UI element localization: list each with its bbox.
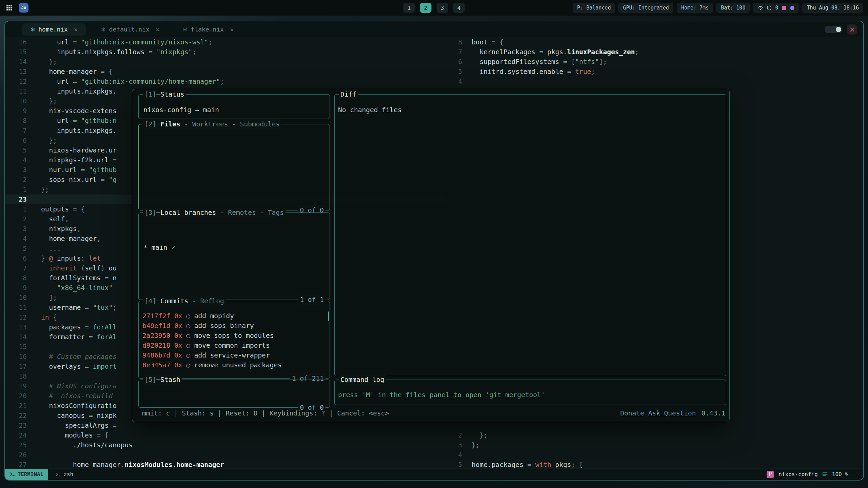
commit-row[interactable]: 9486b7d 0x ○ add service-wrapper xyxy=(142,350,330,360)
line-number: 15 xyxy=(5,47,27,57)
line-number: 5 xyxy=(5,145,27,155)
code-line[interactable]: 3}; xyxy=(446,440,863,450)
tab-flake-nix[interactable]: ❄ flake.nix × xyxy=(174,23,242,36)
line-number: 16 xyxy=(5,352,27,362)
line-number: 23 xyxy=(5,195,27,204)
code-line[interactable]: 13 home-manager = { xyxy=(5,67,446,77)
line-number: 8 xyxy=(5,273,27,283)
window-close-button[interactable]: × xyxy=(847,24,857,35)
notification-count: 0 xyxy=(775,5,778,11)
code-line[interactable]: 15 inputs.nixpkgs.follows = "nixpkgs"; xyxy=(5,47,446,57)
scroll-position: 100 % xyxy=(832,471,848,477)
ping-chip: Home: 7ms xyxy=(677,3,713,13)
tab-close-icon[interactable]: × xyxy=(71,26,78,33)
diff-content: No changed files xyxy=(335,95,726,115)
line-number: 12 xyxy=(5,77,27,86)
apps-grid-icon[interactable] xyxy=(5,3,14,12)
commit-row[interactable]: d920218 0x ○ move common imports xyxy=(142,341,330,350)
clock[interactable]: Thu Aug 08, 18:16 xyxy=(802,3,863,13)
code-line[interactable]: 2 }; xyxy=(446,430,863,440)
code-line[interactable]: 12 url = "github:nix-community/home-mana… xyxy=(5,77,446,86)
code-line[interactable]: 4 xyxy=(446,77,863,86)
workspace-button-3[interactable]: 3 xyxy=(437,3,448,13)
ask-question-link[interactable]: Ask Question xyxy=(648,408,696,418)
line-number: 3 xyxy=(5,165,27,175)
topbar: JW 1234 P: Balanced GPU: Integrated Home… xyxy=(0,0,868,16)
line-number: 2 xyxy=(446,430,462,440)
lazygit-status-panel[interactable]: [1]─Status nixos-config → main xyxy=(138,94,330,119)
workspace-switcher: 1234 xyxy=(403,3,465,13)
code-line[interactable]: 26 xyxy=(5,450,446,460)
line-number: 6 xyxy=(5,253,27,263)
line-number: 5 xyxy=(5,244,27,253)
check-icon: ✓ xyxy=(171,244,175,251)
line-number: 11 xyxy=(5,303,27,312)
line-number: 25 xyxy=(5,440,27,450)
line-number: 7 xyxy=(446,47,462,57)
branch-row[interactable]: * main ✓ xyxy=(143,243,330,252)
tab-home-nix[interactable]: ❄ home.nix × xyxy=(22,23,86,36)
shell-indicator[interactable]: zsh xyxy=(56,471,73,477)
code-line[interactable]: 4 xyxy=(446,450,863,460)
code-line[interactable]: 16 url = "github:nix-community/nixos-wsl… xyxy=(5,37,446,47)
nix-snowflake-icon: ❄ xyxy=(101,26,105,33)
line-number: 26 xyxy=(5,450,27,460)
line-number: 11 xyxy=(5,86,27,96)
code-line[interactable]: 14 }; xyxy=(5,57,446,67)
tab-label: flake.nix xyxy=(191,26,224,33)
tab-close-icon[interactable]: × xyxy=(153,26,159,33)
line-number: 21 xyxy=(5,401,27,411)
code-line[interactable]: 24 modules = [ xyxy=(5,430,446,440)
desktop: JW 1234 P: Balanced GPU: Integrated Home… xyxy=(0,0,868,488)
wifi-icon xyxy=(757,6,763,10)
line-number: 3 xyxy=(5,224,27,234)
commit-row[interactable]: 2a23950 0x ○ move sops to modules xyxy=(142,331,330,341)
system-tray[interactable]: 0 xyxy=(753,3,799,13)
tab-close-icon[interactable]: × xyxy=(227,26,234,33)
lazygit-version: 0.43.1 xyxy=(702,408,725,418)
donate-link[interactable]: Donate xyxy=(620,408,644,418)
code-line[interactable]: 8boot = { xyxy=(446,37,863,47)
lazygit-keybar: mmit: c | Stash: s | Reset: D | Keybindi… xyxy=(142,408,725,418)
line-number: 1 xyxy=(5,185,27,195)
terminal-icon xyxy=(10,472,15,476)
color-picker-icon xyxy=(782,6,786,10)
commit-row[interactable]: 2717f2f 0x ○ add mopidy xyxy=(142,311,330,321)
workspace-button-2[interactable]: 2 xyxy=(420,3,432,13)
tab-default-nix[interactable]: ❄ default.nix × xyxy=(93,23,167,36)
workspace-button-1[interactable]: 1 xyxy=(403,3,415,13)
line-number: 7 xyxy=(5,263,27,273)
code-line[interactable]: 5 initrd.systemd.enable = true; xyxy=(446,67,863,77)
lazygit-commits-panel[interactable]: [4]─Commits - Reflog 2717f2f 0x ○ add mo… xyxy=(138,301,330,379)
shell-icon xyxy=(56,472,60,476)
lazygit-branches-panel[interactable]: [3]─Local branches - Remotes - Tags * ma… xyxy=(138,212,330,300)
line-number: 9 xyxy=(5,106,27,116)
line-number: 9 xyxy=(5,283,27,293)
code-line[interactable]: 25 ./hosts/canopus xyxy=(5,440,446,450)
shield-icon xyxy=(767,5,771,11)
lazygit-command-log-panel[interactable]: Command log press 'M' in the files panel… xyxy=(334,380,726,405)
repo-name: nixos-config xyxy=(778,471,818,477)
commit-row[interactable]: b49ef1d 0x ○ add sops binary xyxy=(142,321,330,331)
line-number: 10 xyxy=(5,96,27,106)
code-line[interactable]: 27 home-manager.nixosModules.home-manage… xyxy=(5,460,446,468)
lazygit-files-panel[interactable]: [2]─Files - Worktrees - Submodules 0 of … xyxy=(138,124,330,210)
window-pin-toggle[interactable] xyxy=(825,26,842,33)
app-logo[interactable]: JW xyxy=(19,3,28,13)
lazygit-diff-panel[interactable]: Diff No changed files xyxy=(334,94,726,376)
editor-window: ❄ home.nix × ❄ default.nix × ❄ flake.nix… xyxy=(4,21,864,481)
code-line[interactable]: 5home.packages = with pkgs; [ xyxy=(446,460,863,468)
line-number: 5 xyxy=(446,67,462,77)
line-number: 18 xyxy=(5,371,27,381)
command-log-content: press 'M' in the files panel to open 'gi… xyxy=(335,380,726,400)
code-line[interactable]: 7 kernelPackages = pkgs.linuxPackages_ze… xyxy=(446,47,863,57)
lazygit-stash-panel[interactable]: [5]─Stash 0 of 0 xyxy=(138,380,330,408)
toggle-knob xyxy=(836,27,841,32)
commits-scrollbar[interactable] xyxy=(328,311,329,321)
line-number: 27 xyxy=(5,460,27,468)
commit-row[interactable]: 8e345a7 0x ○ remove unused packages xyxy=(142,360,330,370)
line-number: 7 xyxy=(5,126,27,136)
workspace-button-4[interactable]: 4 xyxy=(453,3,465,13)
code-line[interactable]: 6 supportedFilesystems = ["ntfs"]; xyxy=(446,57,863,67)
line-number: 10 xyxy=(5,293,27,303)
